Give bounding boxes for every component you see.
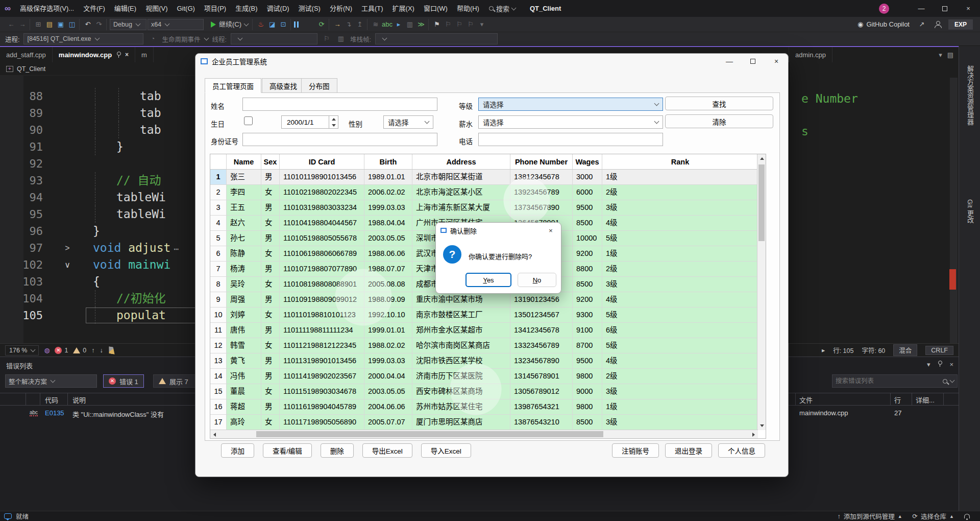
indent-icon[interactable]: ≫ xyxy=(416,19,426,30)
menu-item[interactable]: 编辑(E) xyxy=(110,0,141,17)
continue-button[interactable]: 继续(C) xyxy=(209,19,250,30)
pin-icon[interactable] xyxy=(116,52,121,58)
indent-mode-button[interactable]: 混合 xyxy=(893,344,917,356)
menu-item[interactable]: 测试(S) xyxy=(294,0,325,17)
minimize-button[interactable]: — xyxy=(910,0,933,17)
platform-dropdown[interactable]: x64 xyxy=(148,19,204,30)
table-row[interactable]: 14 冯伟 男 110114198902023567 2000.04.04 济南… xyxy=(210,369,766,384)
lifecycle-label[interactable]: 生命周期事件 xyxy=(162,34,200,44)
new-project-icon[interactable]: ⊞ xyxy=(33,19,43,30)
search-button[interactable]: 查找 xyxy=(665,97,773,110)
table-row[interactable]: 11 唐伟 男 110111198811111234 1999.01.01 郑州… xyxy=(210,323,766,338)
breadcrumb-project[interactable]: QT_Client xyxy=(17,65,45,73)
tab-add-staff-cpp[interactable]: add_staff.cpp xyxy=(0,47,53,62)
account-button[interactable]: 注销账号 xyxy=(612,443,659,458)
scroll-left-icon[interactable] xyxy=(210,430,219,439)
app-close-button[interactable]: × xyxy=(765,54,788,69)
spin-down-icon[interactable] xyxy=(329,122,338,128)
show-threads-icon[interactable]: ▥ xyxy=(336,34,346,44)
menu-item[interactable]: 扩展(X) xyxy=(388,0,419,17)
table-row[interactable]: 2 李四 女 110102198802022345 2006.02.02 北京市… xyxy=(210,185,766,200)
next-bookmark-icon[interactable]: ⚐ xyxy=(454,19,464,30)
line-ending-button[interactable]: CRLF xyxy=(925,346,953,355)
menu-item[interactable]: 视图(V) xyxy=(141,0,172,17)
menu-item[interactable]: Git(G) xyxy=(172,0,199,17)
close-panel-icon[interactable]: × xyxy=(949,361,953,368)
close-button[interactable]: × xyxy=(957,0,980,17)
menu-item[interactable]: 文件(F) xyxy=(79,0,110,17)
table-vertical-scrollbar[interactable] xyxy=(757,154,766,430)
restart-button[interactable]: ⟳ xyxy=(316,19,327,30)
toolbar-overflow-icon[interactable]: ▾ xyxy=(477,19,487,30)
window-layout-icon[interactable]: ⊡ xyxy=(278,19,288,30)
browse-icon[interactable]: ◪ xyxy=(267,19,277,30)
zoom-dropdown[interactable]: 176 % xyxy=(5,345,39,356)
column-description[interactable]: 说明 xyxy=(72,395,86,405)
column-header[interactable]: Rank xyxy=(602,154,758,169)
process-dropdown[interactable]: [84516] QT_Client.exe xyxy=(23,33,143,44)
menu-item[interactable]: 调试(D) xyxy=(262,0,294,17)
search-input[interactable] xyxy=(836,377,940,385)
menu-item[interactable]: 高级保存选项(V)... xyxy=(15,0,79,17)
column-header[interactable]: Birth xyxy=(364,154,412,169)
table-row[interactable]: 1 张三 男 110101198901013456 1989.01.01 北京市… xyxy=(210,170,766,185)
share-icon[interactable]: ↗ xyxy=(917,19,927,30)
menu-item[interactable]: 窗口(W) xyxy=(419,0,452,17)
table-row[interactable]: 15 董晨 女 110115198903034678 2003.05.05 西安… xyxy=(210,384,766,399)
fold-toggle-icon[interactable]: ∨ xyxy=(56,256,79,273)
table-horizontal-scrollbar[interactable] xyxy=(210,430,758,438)
save-icon[interactable]: ▣ xyxy=(56,19,66,30)
tab-mainwindow-cpp[interactable]: mainwindow.cpp × xyxy=(53,47,135,62)
salary-dropdown[interactable]: 请选择 xyxy=(478,115,663,129)
clipboard-icon[interactable]: ▥ xyxy=(405,19,415,30)
scroll-right-icon[interactable] xyxy=(749,430,758,439)
error-list-search[interactable] xyxy=(832,374,958,388)
lifecycle-events-icon[interactable]: ◔ xyxy=(148,34,158,44)
table-row[interactable]: 16 蒋超 男 110116198904045789 2004.06.06 苏州… xyxy=(210,399,766,415)
rank-dropdown[interactable]: 请选择 xyxy=(478,98,663,111)
solution-config-dropdown[interactable]: Debug xyxy=(110,19,146,30)
menu-item[interactable]: 项目(P) xyxy=(200,0,231,17)
phone-input[interactable] xyxy=(478,133,663,146)
diff-icon[interactable]: ≋ xyxy=(371,19,381,30)
birthday-date-spinner[interactable]: 2000/1/1 xyxy=(281,115,338,129)
column-detail[interactable]: 详细... xyxy=(916,395,935,405)
pause-button[interactable] xyxy=(294,21,304,28)
maximize-button[interactable] xyxy=(933,0,957,17)
clear-button[interactable]: 清除 xyxy=(665,114,773,128)
tab-distribution-chart[interactable]: 分布图 xyxy=(301,78,337,93)
panel-menu-icon[interactable]: ▾ xyxy=(927,361,930,368)
step-over-icon[interactable]: ↴ xyxy=(344,19,354,30)
document-list-icon[interactable]: ▾ xyxy=(939,51,942,59)
add-to-source-control-button[interactable]: ↑ 添加到源代码管理 ▲ xyxy=(837,511,902,521)
prev-bookmark-icon[interactable]: ⚐ xyxy=(443,19,453,30)
next-issue-icon[interactable]: ↓ xyxy=(100,347,103,354)
navigate-back-icon[interactable]: ← xyxy=(6,19,16,30)
action-button[interactable]: 查看/编辑 xyxy=(263,443,312,458)
menu-item[interactable]: 工具(T) xyxy=(357,0,388,17)
error-scope-dropdown[interactable]: 整个解决方案 xyxy=(5,374,97,388)
clear-bookmarks-icon[interactable]: ⚐ xyxy=(465,19,476,30)
prev-issue-icon[interactable]: ↑ xyxy=(91,347,94,354)
feedback-chat-icon[interactable] xyxy=(4,513,12,519)
tab-admin-cpp[interactable]: admin.cpp xyxy=(789,47,832,62)
sex-dropdown[interactable]: 请选择 xyxy=(383,115,433,129)
account-button[interactable]: 退出登录 xyxy=(665,443,712,458)
yes-button[interactable]: Yes xyxy=(465,273,511,287)
no-button[interactable]: No xyxy=(518,273,556,287)
warning-count[interactable]: 0 xyxy=(73,347,86,354)
action-button[interactable]: 删除 xyxy=(321,443,354,458)
account-exp-button[interactable]: EXP xyxy=(948,19,973,30)
table-row[interactable]: 12 韩雪 女 110112198812122345 1988.02.02 哈尔… xyxy=(210,338,766,353)
column-header[interactable]: ID Card xyxy=(280,154,364,169)
account-button[interactable]: 个人信息 xyxy=(718,443,765,458)
editor-scrollbar[interactable] xyxy=(950,78,958,343)
right-code-editor[interactable]: e Number s xyxy=(789,62,959,343)
table-row[interactable]: 17 高玲 女 110117198905056890 2005.07.07 厦门… xyxy=(210,415,766,430)
column-header[interactable] xyxy=(210,154,227,169)
feedback-icon[interactable]: ◍ xyxy=(44,346,50,354)
fold-toggle-icon[interactable]: > xyxy=(56,240,79,256)
notifications-bell-icon[interactable] xyxy=(964,514,970,518)
scrollbar-thumb[interactable] xyxy=(256,431,603,437)
close-tab-icon[interactable]: × xyxy=(125,51,129,58)
